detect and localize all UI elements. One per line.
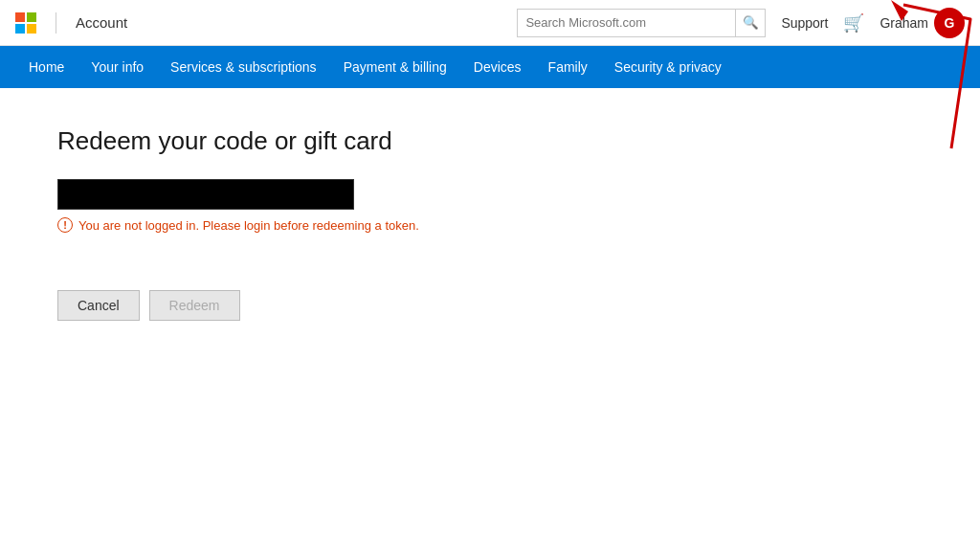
microsoft-logo [15,12,36,34]
main-navbar: Home Your info Services & subscriptions … [0,46,980,88]
username-label: Graham [880,15,928,31]
error-icon: ! [57,217,73,233]
logo-sq-red [15,12,25,22]
error-text: You are not logged in. Please login befo… [78,218,419,233]
avatar: G [934,8,965,38]
nav-your-info[interactable]: Your info [78,46,157,88]
search-box[interactable]: 🔍 [517,9,766,37]
nav-devices[interactable]: Devices [460,46,535,88]
error-message: ! You are not logged in. Please login be… [57,217,923,233]
logo-sq-blue [15,24,25,34]
header: Account 🔍 Support 🛒 Graham G [0,0,980,46]
cancel-button[interactable]: Cancel [57,290,140,321]
nav-security[interactable]: Security & privacy [601,46,735,88]
user-menu[interactable]: Graham G [880,8,965,38]
cart-icon[interactable]: 🛒 [843,12,864,34]
account-label: Account [76,14,127,31]
nav-payment[interactable]: Payment & billing [330,46,460,88]
nav-home[interactable]: Home [15,46,78,88]
main-content: Redeem your code or gift card ! You are … [0,88,980,359]
nav-family[interactable]: Family [535,46,601,88]
support-link[interactable]: Support [781,15,828,31]
logo-area: Account [15,12,127,34]
nav-services[interactable]: Services & subscriptions [157,46,330,88]
buttons-row: Cancel Redeem [57,290,923,321]
search-button[interactable]: 🔍 [735,10,766,36]
header-right: Support 🛒 Graham G [781,8,965,38]
redeem-code-input[interactable] [57,179,354,210]
search-icon: 🔍 [743,15,759,30]
redeem-button[interactable]: Redeem [149,290,240,321]
logo-sq-green [27,12,36,22]
header-divider [56,12,56,34]
logo-sq-yellow [27,24,36,34]
search-input[interactable] [518,10,734,36]
page-title: Redeem your code or gift card [57,126,923,156]
